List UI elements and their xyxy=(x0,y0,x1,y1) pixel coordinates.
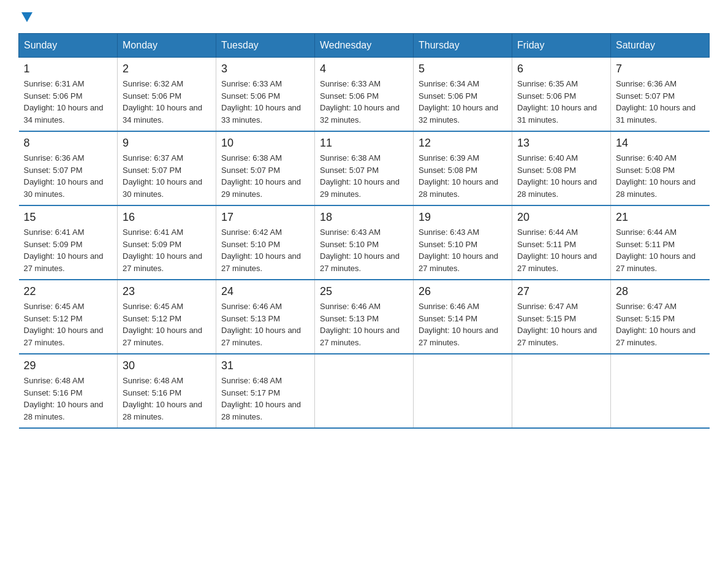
calendar-cell: 11Sunrise: 6:38 AMSunset: 5:07 PMDayligh… xyxy=(315,131,414,205)
day-number: 5 xyxy=(419,63,507,75)
calendar-header-row: SundayMondayTuesdayWednesdayThursdayFrid… xyxy=(19,34,710,58)
day-info: Sunrise: 6:47 AMSunset: 5:15 PMDaylight:… xyxy=(616,301,705,348)
calendar-cell: 17Sunrise: 6:42 AMSunset: 5:10 PMDayligh… xyxy=(216,205,315,280)
calendar-cell: 12Sunrise: 6:39 AMSunset: 5:08 PMDayligh… xyxy=(414,131,512,205)
day-number: 4 xyxy=(320,63,408,75)
calendar-week-row: 1Sunrise: 6:31 AMSunset: 5:06 PMDaylight… xyxy=(19,58,710,132)
sunrise-time: Sunrise: 6:48 AM xyxy=(123,376,183,385)
sunset-time: Sunset: 5:07 PM xyxy=(24,166,83,175)
calendar-week-row: 22Sunrise: 6:45 AMSunset: 5:12 PMDayligh… xyxy=(19,280,710,354)
daylight-info: Daylight: 10 hours and 27 minutes. xyxy=(616,326,696,347)
daylight-info: Daylight: 10 hours and 32 minutes. xyxy=(419,103,498,124)
column-header-thursday: Thursday xyxy=(414,34,512,58)
sunrise-time: Sunrise: 6:47 AM xyxy=(517,302,578,311)
day-info: Sunrise: 6:47 AMSunset: 5:15 PMDaylight:… xyxy=(517,301,605,348)
calendar-cell xyxy=(512,354,611,428)
calendar-cell: 31Sunrise: 6:48 AMSunset: 5:17 PMDayligh… xyxy=(216,354,315,428)
daylight-info: Daylight: 10 hours and 32 minutes. xyxy=(320,103,400,124)
sunrise-time: Sunrise: 6:44 AM xyxy=(616,228,677,237)
day-info: Sunrise: 6:40 AMSunset: 5:08 PMDaylight:… xyxy=(616,152,705,200)
day-number: 19 xyxy=(419,211,507,224)
daylight-info: Daylight: 10 hours and 28 minutes. xyxy=(221,400,301,421)
daylight-info: Daylight: 10 hours and 30 minutes. xyxy=(24,177,104,199)
day-info: Sunrise: 6:40 AMSunset: 5:08 PMDaylight:… xyxy=(517,152,605,200)
day-number: 20 xyxy=(517,211,605,224)
sunset-time: Sunset: 5:08 PM xyxy=(419,166,477,175)
sunrise-time: Sunrise: 6:38 AM xyxy=(320,153,381,163)
day-number: 22 xyxy=(24,285,113,298)
calendar-cell: 24Sunrise: 6:46 AMSunset: 5:13 PMDayligh… xyxy=(216,280,315,354)
calendar-cell: 16Sunrise: 6:41 AMSunset: 5:09 PMDayligh… xyxy=(118,205,216,280)
sunrise-time: Sunrise: 6:36 AM xyxy=(24,153,85,163)
calendar-cell: 6Sunrise: 6:35 AMSunset: 5:06 PMDaylight… xyxy=(512,58,611,132)
calendar-cell: 23Sunrise: 6:45 AMSunset: 5:12 PMDayligh… xyxy=(118,280,216,354)
calendar-cell xyxy=(414,354,512,428)
day-number: 14 xyxy=(616,137,705,150)
daylight-info: Daylight: 10 hours and 27 minutes. xyxy=(24,251,104,273)
day-info: Sunrise: 6:46 AMSunset: 5:13 PMDaylight:… xyxy=(320,301,408,348)
daylight-info: Daylight: 10 hours and 27 minutes. xyxy=(419,326,498,347)
day-number: 17 xyxy=(221,211,309,224)
day-info: Sunrise: 6:32 AMSunset: 5:06 PMDaylight:… xyxy=(123,78,211,126)
sunrise-time: Sunrise: 6:41 AM xyxy=(123,228,183,237)
day-info: Sunrise: 6:43 AMSunset: 5:10 PMDaylight:… xyxy=(320,226,408,274)
day-info: Sunrise: 6:33 AMSunset: 5:06 PMDaylight:… xyxy=(320,78,408,126)
sunrise-time: Sunrise: 6:36 AM xyxy=(616,79,677,88)
sunset-time: Sunset: 5:09 PM xyxy=(123,240,181,249)
day-number: 29 xyxy=(24,359,113,372)
sunset-time: Sunset: 5:14 PM xyxy=(419,314,477,323)
daylight-info: Daylight: 10 hours and 30 minutes. xyxy=(123,177,202,199)
sunset-time: Sunset: 5:11 PM xyxy=(517,240,576,249)
calendar-cell: 25Sunrise: 6:46 AMSunset: 5:13 PMDayligh… xyxy=(315,280,414,354)
calendar-cell xyxy=(611,354,710,428)
daylight-info: Daylight: 10 hours and 34 minutes. xyxy=(24,103,104,124)
day-number: 13 xyxy=(517,137,605,150)
sunrise-time: Sunrise: 6:34 AM xyxy=(419,79,479,88)
day-number: 24 xyxy=(221,285,309,298)
sunrise-time: Sunrise: 6:41 AM xyxy=(24,228,85,237)
calendar-cell: 9Sunrise: 6:37 AMSunset: 5:07 PMDaylight… xyxy=(118,131,216,205)
sunrise-time: Sunrise: 6:33 AM xyxy=(320,79,381,88)
daylight-info: Daylight: 10 hours and 27 minutes. xyxy=(320,251,400,273)
day-number: 31 xyxy=(221,359,309,372)
daylight-info: Daylight: 10 hours and 27 minutes. xyxy=(320,326,400,347)
day-info: Sunrise: 6:38 AMSunset: 5:07 PMDaylight:… xyxy=(221,152,309,200)
calendar-cell: 22Sunrise: 6:45 AMSunset: 5:12 PMDayligh… xyxy=(19,280,118,354)
sunset-time: Sunset: 5:06 PM xyxy=(320,91,379,101)
page-header xyxy=(18,12,710,21)
day-number: 9 xyxy=(123,137,211,150)
sunrise-time: Sunrise: 6:46 AM xyxy=(419,302,479,311)
sunset-time: Sunset: 5:12 PM xyxy=(123,314,181,323)
day-info: Sunrise: 6:34 AMSunset: 5:06 PMDaylight:… xyxy=(419,78,507,126)
column-header-saturday: Saturday xyxy=(611,34,710,58)
daylight-info: Daylight: 10 hours and 27 minutes. xyxy=(221,326,301,347)
day-info: Sunrise: 6:43 AMSunset: 5:10 PMDaylight:… xyxy=(419,226,507,274)
sunset-time: Sunset: 5:13 PM xyxy=(221,314,280,323)
sunrise-time: Sunrise: 6:40 AM xyxy=(517,153,578,163)
day-info: Sunrise: 6:46 AMSunset: 5:13 PMDaylight:… xyxy=(221,301,309,348)
day-number: 23 xyxy=(123,285,211,298)
calendar-week-row: 8Sunrise: 6:36 AMSunset: 5:07 PMDaylight… xyxy=(19,131,710,205)
sunset-time: Sunset: 5:08 PM xyxy=(616,166,675,175)
calendar-week-row: 15Sunrise: 6:41 AMSunset: 5:09 PMDayligh… xyxy=(19,205,710,280)
day-number: 10 xyxy=(221,137,309,150)
sunrise-time: Sunrise: 6:31 AM xyxy=(24,79,85,88)
day-info: Sunrise: 6:38 AMSunset: 5:07 PMDaylight:… xyxy=(320,152,408,200)
day-info: Sunrise: 6:39 AMSunset: 5:08 PMDaylight:… xyxy=(419,152,507,200)
day-number: 26 xyxy=(419,285,507,298)
sunset-time: Sunset: 5:06 PM xyxy=(419,91,477,101)
day-number: 28 xyxy=(616,285,705,298)
calendar-cell: 29Sunrise: 6:48 AMSunset: 5:16 PMDayligh… xyxy=(19,354,118,428)
sunrise-time: Sunrise: 6:40 AM xyxy=(616,153,677,163)
sunrise-time: Sunrise: 6:46 AM xyxy=(221,302,282,311)
day-number: 1 xyxy=(24,63,113,75)
calendar-week-row: 29Sunrise: 6:48 AMSunset: 5:16 PMDayligh… xyxy=(19,354,710,428)
calendar-cell: 19Sunrise: 6:43 AMSunset: 5:10 PMDayligh… xyxy=(414,205,512,280)
column-header-sunday: Sunday xyxy=(19,34,118,58)
day-info: Sunrise: 6:44 AMSunset: 5:11 PMDaylight:… xyxy=(517,226,605,274)
sunset-time: Sunset: 5:16 PM xyxy=(123,388,181,397)
sunset-time: Sunset: 5:06 PM xyxy=(24,91,83,101)
day-info: Sunrise: 6:46 AMSunset: 5:14 PMDaylight:… xyxy=(419,301,507,348)
daylight-info: Daylight: 10 hours and 28 minutes. xyxy=(517,177,597,199)
sunrise-time: Sunrise: 6:39 AM xyxy=(419,153,479,163)
